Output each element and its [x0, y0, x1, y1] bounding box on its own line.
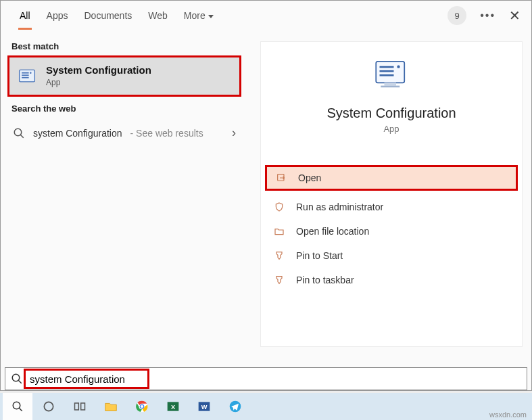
svg-point-24 — [141, 405, 143, 408]
svg-line-18 — [19, 408, 22, 411]
tab-all[interactable]: All — [11, 2, 39, 29]
tabs-row: All Apps Documents Web More 9 ••• ✕ — [1, 1, 531, 30]
tab-more[interactable]: More — [176, 2, 222, 29]
taskbar-word-icon[interactable]: W — [189, 393, 219, 420]
svg-rect-13 — [381, 86, 400, 88]
tab-apps[interactable]: Apps — [39, 2, 76, 29]
search-bar[interactable] — [5, 367, 527, 390]
close-icon[interactable]: ✕ — [509, 7, 521, 24]
web-result-row[interactable]: system Configuration - See web results › — [1, 118, 248, 148]
taskbar-chrome-icon[interactable] — [127, 393, 157, 420]
preview-app-icon — [372, 55, 410, 93]
action-run-admin[interactable]: Run as administrator — [261, 195, 522, 219]
action-label: Pin to taskbar — [296, 275, 354, 285]
svg-line-6 — [20, 135, 24, 138]
action-label: Run as administrator — [296, 202, 383, 212]
pin-icon — [273, 274, 285, 286]
svg-point-19 — [44, 402, 53, 411]
taskbar: X W — [0, 393, 532, 420]
svg-rect-21 — [81, 403, 85, 410]
action-open-location[interactable]: Open file location — [261, 219, 522, 243]
svg-rect-1 — [22, 72, 29, 73]
actions-list: Open Run as administrator Open file loca… — [261, 165, 522, 292]
svg-rect-10 — [380, 74, 394, 76]
taskbar-taskview-icon[interactable] — [65, 393, 95, 420]
web-query: system Configuration — [33, 128, 122, 139]
action-label: Pin to Start — [296, 250, 343, 261]
svg-rect-9 — [380, 70, 394, 72]
action-pin-start[interactable]: Pin to Start — [261, 243, 522, 268]
svg-rect-2 — [22, 74, 29, 76]
result-sub: App — [46, 78, 60, 87]
msconfig-icon — [18, 67, 37, 86]
svg-rect-3 — [22, 76, 29, 78]
chevron-right-icon: › — [232, 126, 236, 140]
preview-sub: App — [261, 124, 522, 134]
folder-icon — [273, 225, 285, 237]
svg-point-17 — [13, 402, 20, 409]
search-panel: All Apps Documents Web More 9 ••• ✕ Best… — [0, 0, 532, 391]
web-hint: - See web results — [130, 128, 203, 139]
tab-web[interactable]: Web — [140, 2, 176, 29]
svg-rect-20 — [75, 403, 79, 410]
pin-icon — [273, 250, 285, 262]
search-icon — [11, 373, 23, 385]
action-label: Open file location — [296, 226, 369, 237]
taskbar-telegram-icon[interactable] — [220, 393, 250, 420]
tab-more-label: More — [184, 10, 205, 21]
svg-rect-14 — [278, 174, 284, 181]
section-best-match: Best match — [1, 34, 248, 55]
svg-rect-8 — [380, 66, 394, 68]
more-options-icon[interactable]: ••• — [480, 9, 495, 22]
section-search-web: Search the web — [1, 97, 248, 118]
svg-point-15 — [12, 374, 20, 381]
taskbar-cortana-icon[interactable] — [34, 393, 64, 420]
result-system-configuration[interactable]: System Configuration App — [7, 55, 241, 97]
shield-icon — [273, 201, 285, 213]
svg-point-5 — [14, 129, 22, 136]
taskbar-excel-icon[interactable]: X — [158, 393, 188, 420]
account-badge[interactable]: 9 — [448, 6, 466, 25]
action-pin-taskbar[interactable]: Pin to taskbar — [261, 268, 522, 292]
results-column: Best match System Configuration App Sear… — [1, 34, 248, 148]
search-icon — [13, 127, 25, 139]
preview-title: System Configuration — [261, 106, 522, 121]
action-label: Open — [298, 172, 321, 183]
tab-documents[interactable]: Documents — [76, 2, 140, 29]
open-icon — [275, 172, 287, 184]
svg-point-4 — [30, 72, 32, 74]
svg-rect-12 — [385, 83, 397, 85]
action-open[interactable]: Open — [265, 165, 518, 191]
svg-point-11 — [397, 65, 400, 68]
result-title: System Configuration — [46, 64, 151, 76]
search-input[interactable] — [30, 373, 521, 385]
taskbar-search-button[interactable] — [3, 393, 32, 420]
caret-down-icon — [208, 15, 214, 18]
svg-line-16 — [18, 380, 22, 383]
taskbar-explorer-icon[interactable] — [96, 393, 126, 420]
preview-pane: System Configuration App Open Run as adm… — [260, 41, 523, 347]
svg-text:W: W — [201, 404, 208, 411]
svg-text:X: X — [171, 404, 176, 411]
watermark: wsxdn.com — [489, 411, 527, 419]
